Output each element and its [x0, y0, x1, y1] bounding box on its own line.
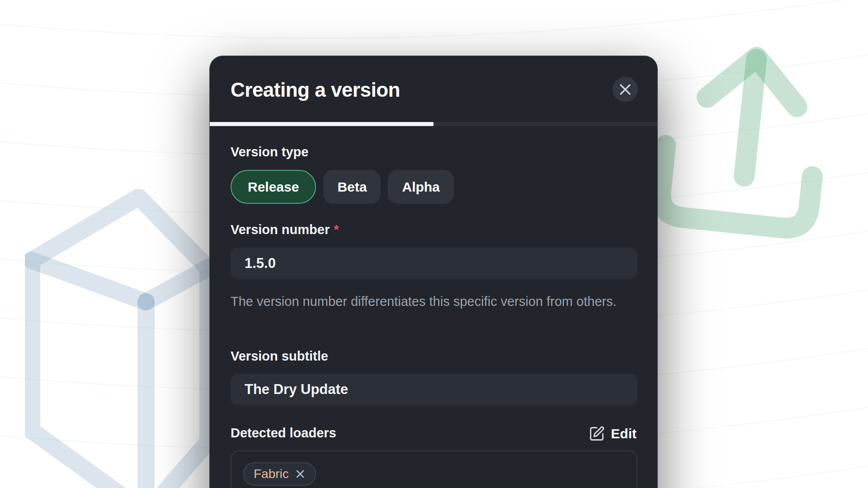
loader-chip-label: Fabric — [254, 467, 289, 481]
progress-fill — [210, 122, 434, 126]
version-number-helper-text: The version number differentiates this s… — [231, 291, 617, 312]
modal-title: Creating a version — [231, 79, 400, 101]
version-type-options: Release Beta Alpha — [231, 170, 454, 204]
progress-bar — [210, 122, 657, 126]
version-type-label: Version type — [231, 145, 308, 160]
edit-loaders-button[interactable]: Edit — [589, 423, 637, 445]
edit-label: Edit — [611, 426, 637, 441]
version-type-release-button[interactable]: Release — [231, 170, 316, 204]
version-number-label: Version number* — [231, 222, 339, 237]
chip-remove-button[interactable] — [295, 469, 306, 479]
version-subtitle-input[interactable] — [231, 374, 637, 405]
version-subtitle-label: Version subtitle — [231, 349, 328, 364]
cube-icon — [25, 189, 215, 488]
version-type-beta-button[interactable]: Beta — [323, 170, 381, 204]
version-number-input[interactable] — [231, 248, 637, 279]
version-type-alpha-button[interactable]: Alpha — [388, 170, 453, 204]
x-icon — [295, 469, 306, 479]
background-contour-line — [0, 0, 868, 39]
upload-arrow-icon — [646, 29, 846, 246]
required-marker: * — [334, 222, 339, 237]
square-pen-icon — [589, 426, 605, 442]
close-icon — [619, 83, 632, 96]
detected-loaders-box: Fabric — [231, 450, 637, 488]
detected-loaders-label: Detected loaders — [231, 426, 336, 441]
close-button[interactable] — [613, 77, 638, 102]
loader-chip-fabric[interactable]: Fabric — [243, 462, 316, 486]
create-version-modal: Creating a version Version type Release … — [209, 56, 658, 488]
